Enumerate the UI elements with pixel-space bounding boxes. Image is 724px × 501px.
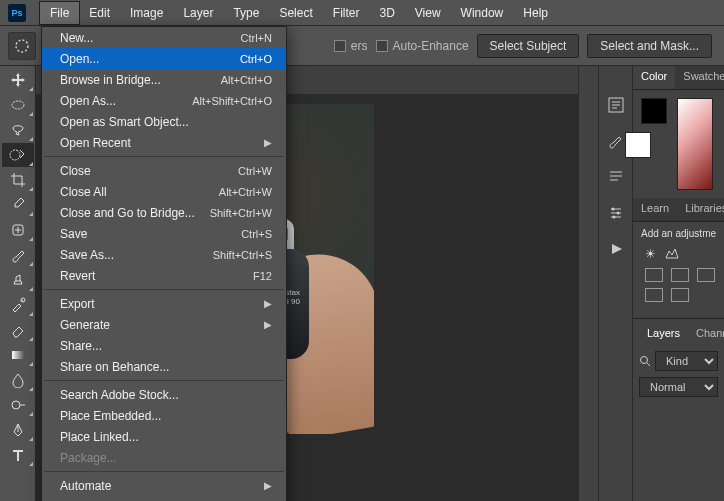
sample-all-layers-checkbox[interactable]: ers bbox=[334, 39, 368, 53]
file-menu-share-on-behance[interactable]: Share on Behance... bbox=[42, 356, 286, 377]
menu-item-image[interactable]: Image bbox=[120, 2, 173, 24]
file-menu-open-as[interactable]: Open As...Alt+Shift+Ctrl+O bbox=[42, 90, 286, 111]
file-menu-search-adobe-stock[interactable]: Search Adobe Stock... bbox=[42, 384, 286, 405]
toolbox bbox=[0, 66, 36, 501]
type-tool[interactable] bbox=[2, 443, 34, 467]
lasso-tool[interactable] bbox=[2, 118, 34, 142]
svg-point-9 bbox=[616, 212, 619, 215]
learn-panel-tabs: Learn Libraries bbox=[633, 198, 724, 222]
menu-item-type[interactable]: Type bbox=[223, 2, 269, 24]
paragraph-panel-icon[interactable] bbox=[605, 166, 627, 188]
svg-point-2 bbox=[10, 150, 20, 160]
tab-swatches[interactable]: Swatche bbox=[675, 66, 724, 89]
tab-channels[interactable]: Channel bbox=[688, 323, 724, 347]
ps-logo: Ps bbox=[8, 4, 26, 22]
levels-icon[interactable] bbox=[664, 247, 680, 262]
eyedropper-tool[interactable] bbox=[2, 193, 34, 217]
file-menu-revert[interactable]: RevertF12 bbox=[42, 265, 286, 286]
layer-filter-kind[interactable]: Kind bbox=[655, 351, 718, 371]
eraser-tool[interactable] bbox=[2, 318, 34, 342]
svg-point-4 bbox=[21, 298, 25, 302]
right-dock-collapse[interactable] bbox=[578, 66, 598, 501]
file-menu-new[interactable]: New...Ctrl+N bbox=[42, 27, 286, 48]
dodge-tool[interactable] bbox=[2, 393, 34, 417]
right-panel-column: Color Swatche Learn Libraries Add an adj… bbox=[632, 66, 724, 501]
search-icon bbox=[639, 355, 651, 367]
blend-mode-select[interactable]: Normal bbox=[639, 377, 718, 397]
play-panel-icon[interactable] bbox=[605, 238, 627, 260]
pen-tool[interactable] bbox=[2, 418, 34, 442]
file-menu-package: Package... bbox=[42, 447, 286, 468]
file-menu-place-linked[interactable]: Place Linked... bbox=[42, 426, 286, 447]
history-panel-icon[interactable] bbox=[605, 94, 627, 116]
menu-item-filter[interactable]: Filter bbox=[323, 2, 370, 24]
svg-point-8 bbox=[611, 208, 614, 211]
tab-libraries[interactable]: Libraries bbox=[677, 198, 724, 221]
color-panel-tabs: Color Swatche bbox=[633, 66, 724, 90]
select-subject-button[interactable]: Select Subject bbox=[477, 34, 580, 58]
file-menu-close-all[interactable]: Close AllAlt+Ctrl+W bbox=[42, 181, 286, 202]
svg-point-1 bbox=[12, 101, 24, 109]
file-menu-automate[interactable]: Automate▶ bbox=[42, 475, 286, 496]
adjust-icon-4[interactable] bbox=[645, 288, 663, 302]
svg-point-0 bbox=[16, 40, 28, 52]
svg-rect-3 bbox=[13, 225, 23, 235]
history-brush-tool[interactable] bbox=[2, 293, 34, 317]
brush-panel-icon[interactable] bbox=[605, 130, 627, 152]
blur-tool[interactable] bbox=[2, 368, 34, 392]
menu-item-layer[interactable]: Layer bbox=[173, 2, 223, 24]
color-picker-field[interactable] bbox=[677, 98, 713, 190]
svg-rect-5 bbox=[12, 351, 24, 359]
file-menu-dropdown: New...Ctrl+NOpen...Ctrl+OBrowse in Bridg… bbox=[41, 26, 287, 501]
file-menu-export[interactable]: Export▶ bbox=[42, 293, 286, 314]
file-menu-open-recent[interactable]: Open Recent▶ bbox=[42, 132, 286, 153]
svg-rect-7 bbox=[609, 98, 623, 112]
file-menu-generate[interactable]: Generate▶ bbox=[42, 314, 286, 335]
svg-point-10 bbox=[612, 216, 615, 219]
foreground-color-swatch[interactable] bbox=[641, 98, 667, 124]
menu-item-select[interactable]: Select bbox=[269, 2, 322, 24]
tab-learn[interactable]: Learn bbox=[633, 198, 677, 221]
auto-enhance-checkbox[interactable]: Auto-Enhance bbox=[376, 39, 469, 53]
adjust-icon-1[interactable] bbox=[645, 268, 663, 282]
menu-item-edit[interactable]: Edit bbox=[79, 2, 120, 24]
marquee-tool[interactable] bbox=[2, 93, 34, 117]
select-and-mask-button[interactable]: Select and Mask... bbox=[587, 34, 712, 58]
file-menu-share[interactable]: Share... bbox=[42, 335, 286, 356]
brightness-contrast-icon[interactable]: ☀ bbox=[645, 247, 656, 262]
menu-item-3d[interactable]: 3D bbox=[369, 2, 404, 24]
menubar: Ps FileEditImageLayerTypeSelectFilter3DV… bbox=[0, 0, 724, 26]
tab-layers[interactable]: Layers bbox=[639, 323, 688, 347]
menu-item-view[interactable]: View bbox=[405, 2, 451, 24]
file-menu-close-and-go-to-bridge[interactable]: Close and Go to Bridge...Shift+Ctrl+W bbox=[42, 202, 286, 223]
tab-color[interactable]: Color bbox=[633, 66, 675, 89]
menu-item-file[interactable]: File bbox=[40, 2, 79, 24]
file-menu-place-embedded[interactable]: Place Embedded... bbox=[42, 405, 286, 426]
adjustments-title: Add an adjustme bbox=[639, 228, 718, 239]
adjust-icon-3[interactable] bbox=[697, 268, 715, 282]
quick-selection-tool[interactable] bbox=[2, 143, 34, 167]
file-menu-open[interactable]: Open...Ctrl+O bbox=[42, 48, 286, 69]
layers-panel: Layers Channel Kind Normal bbox=[633, 318, 724, 401]
active-tool-indicator[interactable] bbox=[8, 32, 36, 60]
adjustments-panel: Add an adjustme ☀ bbox=[633, 222, 724, 318]
crop-tool[interactable] bbox=[2, 168, 34, 192]
menu-item-window[interactable]: Window bbox=[451, 2, 514, 24]
adjust-icon-2[interactable] bbox=[671, 268, 689, 282]
file-menu-browse-in-bridge[interactable]: Browse in Bridge...Alt+Ctrl+O bbox=[42, 69, 286, 90]
brush-tool[interactable] bbox=[2, 243, 34, 267]
background-color-swatch[interactable] bbox=[625, 132, 651, 158]
menu-item-help[interactable]: Help bbox=[513, 2, 558, 24]
file-menu-save[interactable]: SaveCtrl+S bbox=[42, 223, 286, 244]
move-tool[interactable] bbox=[2, 68, 34, 92]
adjust-icon-5[interactable] bbox=[671, 288, 689, 302]
svg-point-6 bbox=[12, 401, 20, 409]
file-menu-open-as-smart-object[interactable]: Open as Smart Object... bbox=[42, 111, 286, 132]
file-menu-close[interactable]: CloseCtrl+W bbox=[42, 160, 286, 181]
properties-panel-icon[interactable] bbox=[605, 202, 627, 224]
file-menu-scripts[interactable]: Scripts▶ bbox=[42, 496, 286, 501]
clone-stamp-tool[interactable] bbox=[2, 268, 34, 292]
file-menu-save-as[interactable]: Save As...Shift+Ctrl+S bbox=[42, 244, 286, 265]
gradient-tool[interactable] bbox=[2, 343, 34, 367]
healing-brush-tool[interactable] bbox=[2, 218, 34, 242]
